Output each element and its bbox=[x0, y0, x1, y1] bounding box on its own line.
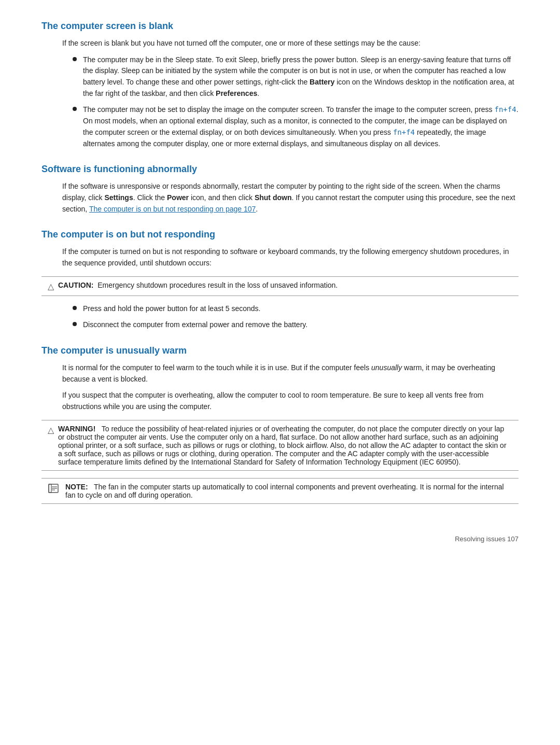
not-responding-bullets: Press and hold the power button for at l… bbox=[73, 303, 519, 331]
bold-shutdown: Shut down bbox=[255, 193, 292, 202]
bold-preferences: Preferences bbox=[216, 89, 257, 97]
section-title-blank-screen: The computer screen is blank bbox=[41, 21, 519, 32]
note-box: NOTE: The fan in the computer starts up … bbox=[41, 478, 519, 504]
caution-box: △ CAUTION: Emergency shutdown procedures… bbox=[41, 276, 519, 296]
section-title-unusually-warm: The computer is unusually warm bbox=[41, 345, 519, 356]
bold-settings: Settings bbox=[104, 193, 133, 202]
fn-f4-1: fn+f4 bbox=[494, 105, 516, 114]
bullet-dot-3 bbox=[73, 306, 77, 310]
bullet-power-button: Press and hold the power button for at l… bbox=[73, 303, 519, 315]
bullet-disconnect: Disconnect the computer from external po… bbox=[73, 319, 519, 331]
section-not-responding-intro: If the computer is turned on but is not … bbox=[62, 246, 519, 269]
section-software: Software is functioning abnormally If th… bbox=[41, 164, 519, 215]
warning-text: WARNING! To reduce the possibility of he… bbox=[58, 425, 512, 466]
unusually-warm-p1: It is normal for the computer to feel wa… bbox=[62, 362, 519, 385]
section-blank-screen: The computer screen is blank If the scre… bbox=[41, 21, 519, 149]
blank-screen-bullets: The computer may be in the Sleep state. … bbox=[73, 54, 519, 150]
bold-power: Power bbox=[167, 193, 189, 202]
bullet-dot-2 bbox=[73, 107, 77, 111]
warning-label: WARNING! bbox=[58, 425, 95, 433]
bullet-dot-4 bbox=[73, 322, 77, 326]
page-footer-text: Resolving issues 107 bbox=[455, 535, 519, 543]
bullet-sleep: The computer may be in the Sleep state. … bbox=[73, 54, 519, 100]
note-label: NOTE: bbox=[65, 483, 88, 491]
link-not-responding[interactable]: The computer is on but not responding on… bbox=[89, 205, 256, 213]
bullet-dot-1 bbox=[73, 57, 77, 61]
bold-battery: Battery bbox=[310, 78, 334, 86]
italic-unusually: unusually bbox=[371, 363, 402, 372]
caution-text: CAUTION: Emergency shutdown procedures r… bbox=[58, 281, 338, 289]
page-footer: Resolving issues 107 bbox=[41, 535, 519, 543]
note-text: NOTE: The fan in the computer starts up … bbox=[65, 483, 512, 499]
caution-icon: △ bbox=[48, 282, 54, 291]
bullet-display: The computer may not be set to display t… bbox=[73, 104, 519, 149]
note-svg-icon bbox=[48, 483, 59, 495]
section-blank-intro: If the screen is blank but you have not … bbox=[62, 38, 519, 49]
note-icon bbox=[48, 483, 59, 496]
unusually-warm-p2: If you suspect that the computer is over… bbox=[62, 390, 519, 412]
section-title-not-responding: The computer is on but not responding bbox=[41, 229, 519, 240]
warning-box: △ WARNING! To reduce the possibility of … bbox=[41, 420, 519, 471]
bullet-disconnect-text: Disconnect the computer from external po… bbox=[83, 319, 307, 331]
bullet-sleep-text: The computer may be in the Sleep state. … bbox=[83, 54, 519, 100]
caution-label: CAUTION: bbox=[58, 281, 93, 289]
bullet-power-text: Press and hold the power button for at l… bbox=[83, 303, 260, 315]
fn-f4-2: fn+f4 bbox=[393, 128, 415, 136]
section-title-software: Software is functioning abnormally bbox=[41, 164, 519, 175]
warning-icon: △ bbox=[48, 425, 54, 435]
section-unusually-warm: The computer is unusually warm It is nor… bbox=[41, 345, 519, 504]
section-not-responding: The computer is on but not responding If… bbox=[41, 229, 519, 331]
bullet-display-text: The computer may not be set to display t… bbox=[83, 104, 519, 149]
section-software-intro: If the software is unresponsive or respo… bbox=[62, 181, 519, 215]
